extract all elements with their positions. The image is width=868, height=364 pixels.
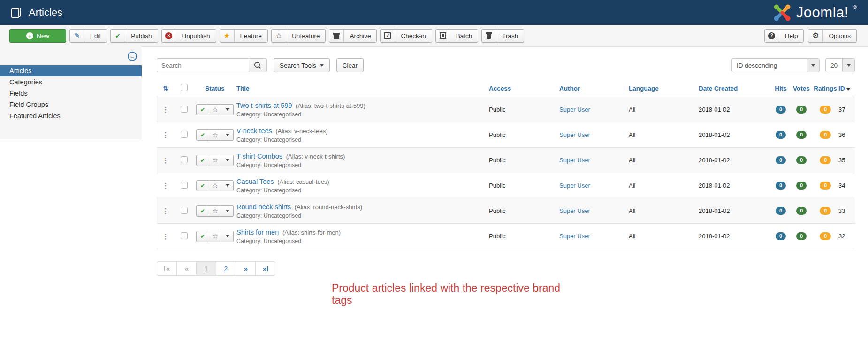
registered-mark: ® (853, 4, 857, 10)
drag-handle-icon[interactable]: ⋮ (162, 131, 169, 139)
feature-toggle-button[interactable]: ☆ (209, 181, 221, 191)
search-submit-button[interactable] (249, 58, 267, 72)
access-cell: Public (489, 97, 559, 122)
drag-handle-icon[interactable]: ⋮ (162, 156, 169, 164)
feature-toggle-button[interactable]: ☆ (209, 130, 221, 140)
drag-handle-icon[interactable]: ⋮ (162, 232, 169, 240)
feature-toggle-button[interactable]: ☆ (209, 206, 221, 216)
publish-toggle-button[interactable]: ✔ (197, 105, 209, 115)
publish-toggle-button[interactable]: ✔ (197, 155, 209, 166)
header-access[interactable]: Access (489, 85, 511, 92)
search-input[interactable] (157, 58, 249, 72)
article-title-link[interactable]: Casual Tees (236, 178, 274, 185)
publish-toggle-button[interactable]: ✔ (197, 130, 209, 140)
limit-select[interactable]: 20 (825, 58, 855, 72)
checkin-button[interactable]: ✔ Check-in (380, 29, 432, 43)
sort-select[interactable]: ID descending (731, 58, 820, 72)
status-dropdown-button[interactable] (221, 231, 233, 242)
row-checkbox[interactable] (181, 106, 188, 113)
status-dropdown-button[interactable] (221, 206, 233, 216)
page-next-button[interactable]: » (236, 261, 256, 276)
archive-box-icon (329, 30, 344, 42)
publish-toggle-button[interactable]: ✔ (197, 231, 209, 242)
sidebar-menu: Articles Categories Fields Field Groups … (0, 65, 142, 121)
status-button-group: ✔ ☆ (196, 205, 234, 217)
row-checkbox[interactable] (181, 156, 188, 163)
trash-button[interactable]: Trash (481, 29, 524, 43)
trash-icon (482, 30, 496, 42)
article-alias: (Alias: shirts-for-men) (282, 229, 341, 236)
status-dropdown-button[interactable] (221, 155, 233, 166)
article-title-link[interactable]: Round neck shirts (236, 203, 291, 211)
status-dropdown-button[interactable] (221, 105, 233, 115)
header-id[interactable]: ID (838, 85, 850, 92)
author-link[interactable]: Super User (559, 131, 590, 138)
sidebar-item[interactable]: Fields (0, 88, 142, 99)
batch-button[interactable]: Batch (435, 29, 479, 43)
author-link[interactable]: Super User (559, 207, 590, 214)
header-author[interactable]: Author (559, 85, 580, 92)
archive-button[interactable]: Archive (329, 29, 377, 43)
header-hits[interactable]: Hits (775, 85, 787, 92)
header-title[interactable]: Title (236, 85, 250, 92)
feature-toggle-button[interactable]: ☆ (209, 105, 221, 115)
author-link[interactable]: Super User (559, 157, 590, 164)
author-link[interactable]: Super User (559, 106, 590, 113)
feature-toggle-button[interactable]: ☆ (209, 231, 221, 242)
checkbox-check-icon: ✔ (381, 30, 395, 42)
drag-handle-icon[interactable]: ⋮ (162, 106, 169, 114)
status-dropdown-button[interactable] (221, 181, 233, 191)
search-tools-button[interactable]: Search Tools (274, 58, 330, 72)
sidebar-item[interactable]: Categories (0, 76, 142, 88)
date-created-cell: 2018-01-02 (699, 122, 771, 148)
edit-button[interactable]: ✎ Edit (69, 29, 107, 43)
sidebar-item[interactable]: Field Groups (0, 99, 142, 110)
author-link[interactable]: Super User (559, 182, 590, 189)
status-dropdown-button[interactable] (221, 130, 233, 140)
article-category: Category: Uncategorised (236, 238, 489, 244)
article-title-link[interactable]: Shirts for men (236, 228, 279, 236)
new-button[interactable]: + New (9, 29, 66, 43)
status-button-group: ✔ ☆ (196, 104, 234, 115)
votes-badge: 0 (796, 207, 807, 215)
language-cell: All (629, 148, 699, 173)
ratings-badge: 0 (820, 131, 831, 139)
header-votes[interactable]: Votes (793, 85, 810, 92)
help-icon: ? (765, 30, 779, 42)
drag-handle-icon[interactable]: ⋮ (162, 182, 169, 190)
article-title-link[interactable]: V-neck tees (236, 127, 272, 135)
author-link[interactable]: Super User (559, 233, 590, 240)
sidebar-item[interactable]: Articles (0, 65, 142, 76)
header-status[interactable]: Status (205, 85, 224, 92)
article-title-link[interactable]: Two t-shirts at 599 (236, 102, 292, 109)
publish-toggle-button[interactable]: ✔ (197, 181, 209, 191)
article-category: Category: Uncategorised (236, 162, 489, 168)
header-date-created[interactable]: Date Created (699, 85, 738, 92)
publish-toggle-button[interactable]: ✔ (197, 206, 209, 216)
row-checkbox[interactable] (181, 232, 188, 239)
page-number-link[interactable]: 2 (216, 261, 236, 276)
article-title-link[interactable]: T shirt Combos (236, 152, 282, 160)
row-checkbox[interactable] (181, 207, 188, 214)
sidebar-collapse-icon[interactable]: ← (128, 52, 137, 61)
feature-toggle-button[interactable]: ☆ (209, 155, 221, 166)
header-ratings[interactable]: Ratings (814, 85, 837, 92)
publish-button[interactable]: ✔ Publish (110, 29, 158, 43)
clear-button[interactable]: Clear (336, 58, 364, 72)
unpublish-button[interactable]: ✕ Unpublish (161, 29, 216, 43)
help-button[interactable]: ? Help (764, 29, 804, 43)
header-language[interactable]: Language (629, 85, 659, 92)
sidebar-item[interactable]: Featured Articles (0, 110, 142, 121)
date-created-cell: 2018-01-02 (699, 97, 771, 122)
row-checkbox[interactable] (181, 182, 188, 189)
date-created-cell: 2018-01-02 (699, 173, 771, 198)
ordering-sort-icon[interactable]: ⇅ (163, 85, 168, 92)
page-number-current: 1 (196, 261, 216, 276)
select-all-checkbox[interactable] (181, 84, 188, 91)
page-last-button[interactable]: » (255, 261, 275, 276)
unfeature-button[interactable]: ☆ Unfeature (271, 29, 326, 43)
row-checkbox[interactable] (181, 131, 188, 138)
options-button[interactable]: ⚙ Options (808, 29, 857, 43)
feature-button[interactable]: ★ Feature (220, 29, 268, 43)
drag-handle-icon[interactable]: ⋮ (162, 207, 169, 215)
